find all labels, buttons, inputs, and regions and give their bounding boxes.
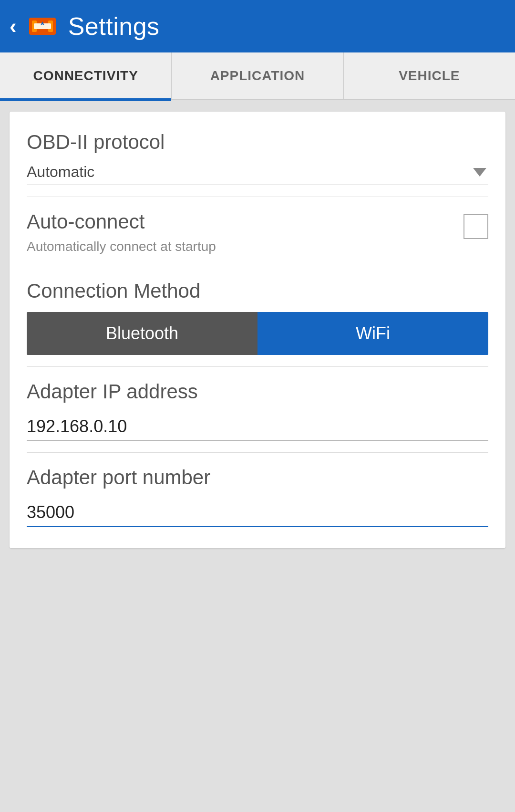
back-button[interactable]: ‹	[10, 16, 17, 37]
adapter-ip-label: Adapter IP address	[27, 380, 488, 403]
adapter-port-label: Adapter port number	[27, 466, 488, 489]
obd-protocol-value[interactable]: Automatic	[27, 159, 488, 185]
settings-card: OBD-II protocol Automatic Auto-connect A…	[10, 112, 505, 548]
dropdown-arrow-icon	[473, 168, 486, 177]
auto-connect-text: Auto-connect Automatically connect at st…	[27, 210, 464, 254]
connection-method-toggle: Bluetooth WiFi	[27, 312, 488, 355]
auto-connect-section: Auto-connect Automatically connect at st…	[27, 197, 488, 266]
tab-vehicle[interactable]: VEHICLE	[344, 52, 515, 99]
bluetooth-toggle-button[interactable]: Bluetooth	[27, 312, 258, 355]
obd-protocol-label: OBD-II protocol	[27, 131, 488, 154]
obd-protocol-section: OBD-II protocol Automatic	[27, 127, 488, 197]
wifi-toggle-button[interactable]: WiFi	[258, 312, 488, 355]
adapter-port-section: Adapter port number	[27, 453, 488, 531]
adapter-port-input[interactable]	[27, 499, 488, 527]
connection-method-label: Connection Method	[27, 280, 488, 302]
tab-connectivity[interactable]: CONNECTIVITY	[0, 52, 172, 99]
obd-protocol-dropdown[interactable]: Automatic	[27, 159, 488, 185]
tab-bar: CONNECTIVITY APPLICATION VEHICLE	[0, 52, 515, 100]
auto-connect-row: Auto-connect Automatically connect at st…	[27, 210, 488, 254]
adapter-ip-section: Adapter IP address	[27, 367, 488, 453]
header: ‹ Settings	[0, 0, 515, 52]
adapter-ip-input[interactable]	[27, 413, 488, 441]
page-title: Settings	[68, 12, 160, 41]
tab-application[interactable]: APPLICATION	[172, 52, 343, 99]
auto-connect-label: Auto-connect	[27, 210, 464, 233]
content-area: OBD-II protocol Automatic Auto-connect A…	[0, 100, 515, 812]
auto-connect-checkbox[interactable]	[464, 214, 488, 239]
app-logo-icon	[25, 9, 60, 43]
connection-method-section: Connection Method Bluetooth WiFi	[27, 266, 488, 367]
auto-connect-sublabel: Automatically connect at startup	[27, 239, 464, 254]
